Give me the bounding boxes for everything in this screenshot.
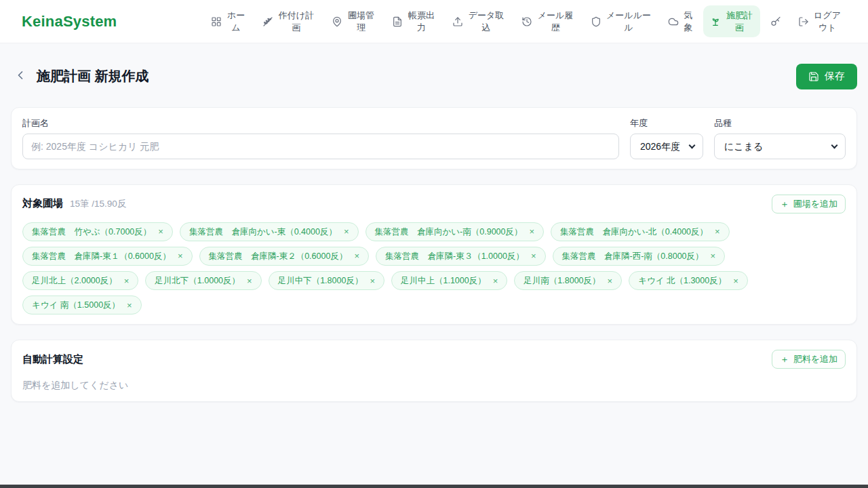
nav-item-label: ホーム	[226, 9, 245, 33]
auto-calc-card: 自動計算設定 ＋ 肥料を追加 肥料を追加してください	[11, 340, 857, 402]
field-chip-label: 集落営農 倉庫隣-西-南（0.8000反）	[562, 250, 704, 262]
nav-item-mail-rules[interactable]: メールルール	[584, 5, 658, 37]
field-chip: 集落営農 倉庫隣-東２（0.6000反）×	[199, 247, 370, 266]
nav-item-planting-plan[interactable]: 作付け計画	[256, 5, 321, 37]
nav-item-report-output[interactable]: 帳票出力	[385, 5, 442, 37]
plan-form-row: 計画名 年度 2026年度 品種 にこまる	[22, 117, 846, 159]
nav-item-mail-history[interactable]: メール履歴	[515, 5, 580, 37]
nav-item-weather[interactable]: 気象	[661, 5, 700, 37]
year-label: 年度	[630, 117, 703, 129]
nav-item-label: 帳票出力	[408, 9, 435, 33]
nav-item-label: データ取込	[468, 9, 505, 33]
field-chip-label: 足川北下（1.0000反）	[155, 274, 240, 287]
field-chip-label: 足川北上（2.0000反）	[32, 274, 117, 287]
variety-select-wrap: にこまる	[714, 134, 846, 159]
chip-remove-button[interactable]: ×	[711, 251, 716, 260]
variety-select[interactable]: にこまる	[714, 134, 846, 159]
field-chip-label: 集落営農 竹やぶ（0.7000反）	[32, 226, 151, 238]
field-chip-label: 足川中下（1.8000反）	[278, 274, 363, 287]
chip-remove-button[interactable]: ×	[715, 227, 720, 236]
target-fields-summary: 15筆 /15.90反	[70, 198, 126, 210]
top-navigation: KeinaSystem ホーム 作付け計画 圃場管理 帳票出力	[0, 0, 868, 43]
save-button-label: 保存	[825, 70, 845, 83]
chip-remove-button[interactable]: ×	[493, 277, 498, 285]
field-chip: 集落営農 倉庫隣-東１（0.6000反）×	[22, 247, 193, 266]
grid-icon	[211, 16, 222, 27]
field-chip-label: 集落営農 倉庫向かい-北（0.4000反）	[560, 226, 708, 238]
year-select-wrap: 2026年度	[630, 134, 703, 159]
chip-remove-button[interactable]: ×	[344, 227, 349, 236]
field-chip: 足川北下（1.0000反）×	[145, 271, 261, 290]
nav-item-data-import[interactable]: データ取込	[446, 5, 511, 37]
nav-item-label: メールルール	[606, 9, 651, 33]
wheat-icon	[262, 16, 273, 27]
field-chip-label: キウイ 北（1.3000反）	[638, 274, 726, 287]
target-fields-card: 対象圃場 15筆 /15.90反 ＋ 圃場を追加 集落営農 竹やぶ（0.7000…	[11, 184, 857, 325]
year-select[interactable]: 2026年度	[630, 134, 703, 159]
auto-calc-header: 自動計算設定 ＋ 肥料を追加	[22, 350, 846, 369]
nav-item-home[interactable]: ホーム	[204, 5, 252, 37]
page-title: 施肥計画 新規作成	[37, 67, 149, 85]
add-fertilizer-button[interactable]: ＋ 肥料を追加	[772, 350, 846, 369]
plan-form-card: 計画名 年度 2026年度 品種 にこまる	[11, 107, 857, 169]
back-button[interactable]	[11, 67, 30, 86]
field-chip: キウイ 北（1.3000反）×	[629, 271, 748, 290]
nav-item-label: 施肥計画	[726, 9, 753, 33]
target-fields-title: 対象圃場	[22, 197, 63, 210]
page-header: 施肥計画 新規作成 保存	[11, 58, 857, 95]
chip-remove-button[interactable]: ×	[354, 251, 359, 260]
target-fields-header: 対象圃場 15筆 /15.90反 ＋ 圃場を追加	[22, 195, 846, 214]
variety-field: 品種 にこまる	[714, 117, 846, 159]
chevron-left-icon	[14, 68, 27, 84]
chip-remove-button[interactable]: ×	[370, 277, 375, 285]
field-chip-label: 集落営農 倉庫向かい-東（0.4000反）	[189, 226, 337, 238]
plan-name-field: 計画名	[22, 117, 619, 159]
field-chip-label: 足川中上（1.1000反）	[401, 274, 486, 287]
chip-remove-button[interactable]: ×	[608, 277, 613, 285]
nav-item-key[interactable]	[764, 12, 788, 31]
chip-remove-button[interactable]: ×	[247, 277, 252, 285]
auto-calc-title: 自動計算設定	[22, 353, 83, 366]
field-chip-label: 足川南（1.8000反）	[524, 274, 600, 287]
chip-remove-button[interactable]: ×	[158, 227, 163, 236]
field-chip: 集落営農 倉庫隣-東３（1.0000反）×	[376, 247, 546, 266]
chip-remove-button[interactable]: ×	[127, 301, 132, 310]
add-field-button[interactable]: ＋ 圃場を追加	[772, 195, 846, 214]
nav-item-label: ログアウト	[814, 9, 841, 33]
shield-icon	[591, 16, 601, 27]
nav-item-logout[interactable]: ログアウト	[791, 5, 848, 37]
field-chip: 集落営農 倉庫向かい-北（0.4000反）×	[551, 222, 730, 241]
field-chip: 集落営農 竹やぶ（0.7000反）×	[22, 222, 173, 241]
chip-remove-button[interactable]: ×	[529, 227, 534, 236]
add-fertilizer-button-label: 肥料を追加	[793, 353, 837, 365]
nav-menu: ホーム 作付け計画 圃場管理 帳票出力 データ取込	[204, 5, 848, 37]
history-icon	[521, 16, 532, 27]
plan-name-input[interactable]	[22, 134, 619, 159]
file-text-icon	[392, 16, 403, 27]
save-button[interactable]: 保存	[796, 64, 857, 89]
field-chip: 足川南（1.8000反）×	[514, 271, 622, 290]
chip-remove-button[interactable]: ×	[531, 251, 536, 260]
sprout-icon	[710, 16, 721, 27]
variety-label: 品種	[714, 117, 846, 129]
chip-remove-button[interactable]: ×	[733, 277, 738, 285]
chip-remove-button[interactable]: ×	[124, 277, 130, 285]
field-chip: 足川中下（1.8000反）×	[269, 271, 384, 290]
nav-item-label: 作付け計画	[278, 9, 315, 33]
field-chip: 足川中上（1.1000反）×	[391, 271, 507, 290]
field-chip-label: 集落営農 倉庫向かい-南（0.9000反）	[375, 226, 523, 238]
fertilizer-empty-message: 肥料を追加してください	[22, 380, 846, 392]
field-chip: 集落営農 倉庫隣-西-南（0.8000反）×	[553, 247, 726, 266]
plus-icon: ＋	[780, 354, 789, 364]
field-chip: 集落営農 倉庫向かい-南（0.9000反）×	[366, 222, 545, 241]
field-chip-label: 集落営農 倉庫隣-東２（0.6000反）	[209, 250, 348, 262]
chip-remove-button[interactable]: ×	[178, 251, 183, 260]
save-icon	[808, 71, 819, 82]
nav-item-fertilization-plan[interactable]: 施肥計画	[703, 5, 760, 37]
brand-logo[interactable]: KeinaSystem	[22, 13, 117, 30]
year-field: 年度 2026年度	[630, 117, 703, 159]
map-pin-icon	[332, 16, 342, 27]
field-chip: 足川北上（2.0000反）×	[22, 271, 138, 290]
plan-name-label: 計画名	[22, 117, 619, 129]
nav-item-field-management[interactable]: 圃場管理	[325, 5, 382, 37]
